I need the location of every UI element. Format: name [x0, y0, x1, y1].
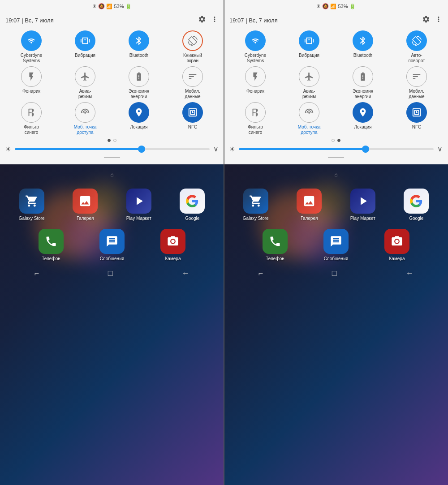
qs-tile-nfc[interactable]: NFC — [167, 102, 219, 135]
qs-tile-bluelight[interactable]: Фильтрсинего — [229, 102, 281, 135]
app-galaxy-store[interactable]: Galaxy Store — [7, 189, 56, 221]
qs-icon-vibrate — [299, 30, 319, 51]
settings-icon[interactable] — [422, 15, 430, 25]
qs-tile-battery[interactable]: Экономияэнергии — [113, 66, 165, 99]
page-dot-1[interactable] — [337, 139, 340, 142]
settings-icon[interactable] — [198, 15, 206, 25]
svg-point-7 — [395, 240, 398, 243]
qs-tile-battery[interactable]: Экономияэнергии — [337, 66, 389, 99]
app-icon-gallery — [297, 189, 322, 214]
drag-bar — [104, 157, 120, 158]
svg-rect-6 — [253, 112, 256, 113]
qs-tile-flashlight[interactable]: Фонарик — [5, 66, 57, 99]
qs-tile-location[interactable]: Локация — [337, 102, 389, 135]
app-gallery[interactable]: Галерея — [61, 189, 110, 221]
app-icon-google — [404, 189, 429, 214]
qs-tile-hotspot[interactable]: Моб. точкадоступа — [59, 102, 111, 135]
phone-panel-right: ✳ 🔕 📶 53% 🔋 19:07 | Вс, 7 июля Cyberdyne… — [224, 0, 448, 485]
drag-handle[interactable] — [229, 156, 443, 160]
qs-tile-wifi[interactable]: CyberdyneSystems — [5, 30, 57, 64]
qs-tile-flashlight[interactable]: Фонарик — [229, 66, 281, 99]
drag-handle[interactable] — [5, 156, 219, 160]
dock-label-messages: Сообщения — [324, 256, 348, 261]
qs-tile-location[interactable]: Локация — [113, 102, 165, 135]
sound-status-icon: 🔕 — [322, 3, 329, 9]
qs-tile-bluetooth[interactable]: Bluetooth — [113, 30, 165, 64]
qs-label-bluelight: Фильтрсинего — [24, 124, 39, 135]
more-icon[interactable] — [211, 15, 219, 25]
brightness-row: ☀ ∨ — [5, 145, 219, 153]
dock-app-phone[interactable]: Телефон — [246, 229, 304, 261]
dock-app-phone[interactable]: Телефон — [22, 229, 80, 261]
qs-icon-bluetooth — [353, 30, 373, 51]
status-icons: ✳ 🔕 📶 53% 🔋 — [316, 3, 355, 9]
back-button[interactable]: ← — [405, 269, 414, 278]
dock-apps: ТелефонСообщенияКамера — [0, 225, 224, 265]
qs-icon-nfc — [182, 102, 203, 123]
qs-tile-mobiledata[interactable]: Мобил.данные — [167, 66, 219, 99]
signal-icon: 📶 — [106, 4, 112, 9]
brightness-row: ☀ ∨ — [229, 145, 443, 153]
qs-tile-autorotate[interactable]: Авто-поворот — [391, 30, 443, 64]
home-button[interactable]: □ — [108, 269, 113, 278]
qs-tile-hotspot[interactable]: Моб. точкадоступа — [283, 102, 335, 135]
qs-label-hotspot: Моб. точкадоступа — [74, 124, 96, 135]
qs-icon-wifi — [21, 30, 42, 51]
status-bar: ✳ 🔕 📶 53% 🔋 — [0, 0, 224, 13]
qs-tile-bookscreen[interactable]: Книжныйэкран — [167, 30, 219, 64]
qs-tile-airplane[interactable]: Авиа-режим — [283, 66, 335, 99]
app-label-galaxy-store: Galaxy Store — [19, 216, 45, 221]
qs-icon-autorotate — [406, 30, 427, 51]
dock-label-camera: Камера — [165, 256, 181, 261]
app-label-gallery: Галерея — [301, 216, 318, 221]
qs-label-bookscreen: Книжныйэкран — [183, 53, 202, 64]
dock-app-messages[interactable]: Сообщения — [83, 229, 141, 261]
brightness-chevron[interactable]: ∨ — [437, 145, 443, 153]
qs-tile-airplane[interactable]: Авиа-режим — [59, 66, 111, 99]
page-dot-1[interactable] — [113, 139, 116, 142]
navigation-bar: ⌐□← — [224, 265, 448, 282]
svg-rect-1 — [29, 109, 32, 110]
qs-label-flashlight: Фонарик — [22, 89, 40, 94]
dock-icon-camera — [160, 229, 185, 254]
dock-apps: ТелефонСообщенияКамера — [224, 225, 448, 265]
brightness-slider[interactable] — [239, 148, 434, 150]
qs-tile-wifi[interactable]: CyberdyneSystems — [229, 30, 281, 64]
app-play[interactable]: Play Маркет — [114, 189, 164, 221]
qs-icon-wifi — [245, 30, 266, 51]
qs-tile-vibrate[interactable]: Вибрация — [59, 30, 111, 64]
dock-app-camera[interactable]: Камера — [368, 229, 426, 261]
drag-bar — [328, 157, 344, 158]
status-bar: ✳ 🔕 📶 53% 🔋 — [224, 0, 448, 13]
recent-apps-icon[interactable]: ⌐ — [34, 269, 39, 278]
back-button[interactable]: ← — [181, 269, 190, 278]
qs-label-battery: Экономияэнергии — [129, 89, 149, 99]
qs-tile-nfc[interactable]: NFC — [391, 102, 443, 135]
qs-tile-bluetooth[interactable]: Bluetooth — [337, 30, 389, 64]
home-button[interactable]: □ — [332, 269, 337, 278]
dock-app-messages[interactable]: Сообщения — [307, 229, 365, 261]
brightness-chevron[interactable]: ∨ — [213, 145, 219, 153]
dock-app-camera[interactable]: Камера — [144, 229, 202, 261]
app-gallery[interactable]: Галерея — [285, 189, 334, 221]
app-label-play: Play Маркет — [126, 216, 151, 221]
qs-label-airplane: Авиа-режим — [302, 89, 316, 99]
qs-label-bluetooth: Bluetooth — [129, 53, 148, 58]
qs-tile-mobiledata[interactable]: Мобил.данные — [391, 66, 443, 99]
dock-icon-messages — [99, 229, 125, 254]
qs-tile-bluelight[interactable]: Фильтрсинего — [5, 102, 57, 135]
qs-icon-location — [353, 102, 373, 123]
app-google[interactable]: Google — [392, 189, 441, 221]
recent-apps-icon[interactable]: ⌐ — [258, 269, 263, 278]
app-google[interactable]: Google — [168, 189, 217, 221]
page-dot-0[interactable] — [108, 139, 111, 142]
bluetooth-status-icon: ✳ — [92, 3, 97, 9]
app-play[interactable]: Play Маркет — [338, 189, 388, 221]
more-icon[interactable] — [435, 15, 443, 25]
brightness-slider[interactable] — [15, 148, 210, 150]
phone-panel-left: ✳ 🔕 📶 53% 🔋 19:07 | Вс, 7 июля Cyberdyne… — [0, 0, 224, 485]
page-dot-0[interactable] — [332, 139, 335, 142]
app-galaxy-store[interactable]: Galaxy Store — [231, 189, 280, 221]
dock-label-messages: Сообщения — [100, 256, 124, 261]
qs-tile-vibrate[interactable]: Вибрация — [283, 30, 335, 64]
